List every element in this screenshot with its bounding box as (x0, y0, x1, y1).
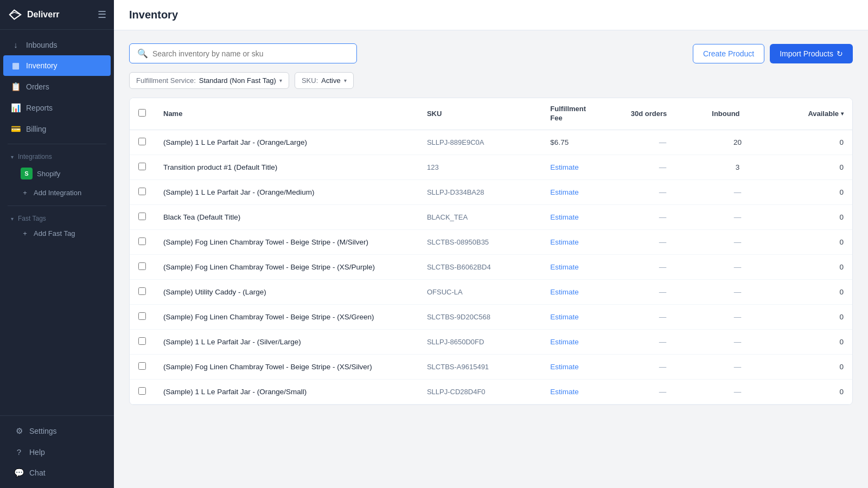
row-checkbox-cell[interactable] (130, 179, 155, 204)
reports-icon: 📊 (11, 103, 21, 113)
fast-tags-section-header[interactable]: ▾ Fast Tags (3, 210, 111, 224)
estimate-link[interactable]: Estimate (550, 188, 579, 196)
estimate-link[interactable]: Estimate (550, 263, 579, 271)
sidebar-item-orders[interactable]: 📋 Orders (3, 76, 111, 97)
row-checkbox[interactable] (138, 362, 146, 370)
orders-30d-cell: — (622, 254, 704, 279)
row-checkbox[interactable] (138, 287, 146, 295)
sidebar-item-shopify[interactable]: S Shopify (3, 163, 111, 184)
fulfillment-fee-cell[interactable]: Estimate (541, 304, 622, 329)
table-row: (Sample) 1 L Le Parfait Jar - (Orange/Me… (130, 179, 852, 204)
fulfillment-fee-cell[interactable]: Estimate (541, 279, 622, 304)
available-cell: 0 (772, 254, 852, 279)
estimate-link[interactable]: Estimate (550, 238, 579, 246)
row-checkbox[interactable] (138, 138, 146, 145)
sidebar-item-add-integration[interactable]: + Add Integration (3, 184, 111, 201)
orders-30d-cell: — (622, 329, 704, 354)
shopify-label: Shopify (37, 170, 60, 178)
refresh-icon: ↻ (837, 49, 843, 58)
fulfillment-fee-cell[interactable]: Estimate (541, 354, 622, 379)
available-cell: 0 (772, 279, 852, 304)
fulfillment-fee-cell[interactable]: Estimate (541, 229, 622, 254)
row-checkbox-cell[interactable] (130, 329, 155, 354)
sku-filter[interactable]: SKU: Active ▾ (295, 72, 354, 89)
sidebar-item-help[interactable]: ? Help (7, 442, 107, 462)
product-name-cell: (Sample) 1 L Le Parfait Jar - (Orange/Sm… (155, 379, 418, 404)
row-checkbox-cell[interactable] (130, 354, 155, 379)
shopify-icon: S (21, 168, 33, 179)
inbound-dash: — (734, 288, 742, 296)
estimate-link[interactable]: Estimate (550, 338, 579, 346)
fulfillment-fee-cell[interactable]: Estimate (541, 155, 622, 179)
search-box[interactable]: 🔍 (129, 43, 357, 63)
row-checkbox[interactable] (138, 163, 146, 170)
available-column-header[interactable]: Available ▾ (772, 98, 852, 130)
row-checkbox[interactable] (138, 237, 146, 245)
inbound-cell: — (703, 179, 771, 204)
estimate-link[interactable]: Estimate (550, 313, 579, 321)
row-checkbox[interactable] (138, 213, 146, 220)
billing-icon: 💳 (11, 124, 21, 134)
inbound-dash: — (734, 363, 742, 371)
row-checkbox[interactable] (138, 312, 146, 320)
orders-30d-cell: — (622, 204, 704, 229)
sidebar-item-billing[interactable]: 💳 Billing (3, 119, 111, 139)
chat-label: Chat (29, 468, 46, 477)
orders-30d-column-header: 30d orders (622, 98, 704, 130)
add-fast-tag-label: Add Fast Tag (34, 229, 75, 237)
hamburger-icon[interactable]: ☰ (98, 9, 106, 21)
row-checkbox-cell[interactable] (130, 204, 155, 229)
sku-column-header: SKU (418, 98, 541, 130)
row-checkbox-cell[interactable] (130, 155, 155, 179)
fulfillment-fee-cell[interactable]: Estimate (541, 329, 622, 354)
sku-cell: SLCTBS-B6062BD4 (418, 254, 541, 279)
import-products-button[interactable]: Import Products ↻ (770, 44, 853, 63)
inbound-cell: — (703, 304, 771, 329)
estimate-link[interactable]: Estimate (550, 388, 579, 396)
row-checkbox-cell[interactable] (130, 254, 155, 279)
estimate-link[interactable]: Estimate (550, 363, 579, 371)
product-name-cell: Black Tea (Default Title) (155, 204, 418, 229)
chevron-down-icon-2: ▾ (11, 216, 14, 222)
fulfillment-fee-cell[interactable]: Estimate (541, 254, 622, 279)
row-checkbox-cell[interactable] (130, 279, 155, 304)
integrations-section-header[interactable]: ▾ Integrations (3, 149, 111, 163)
sidebar-item-chat[interactable]: 💬 Chat (7, 463, 107, 483)
sidebar-item-inbounds[interactable]: ↓ Inbounds (3, 35, 111, 55)
sidebar-item-settings[interactable]: ⚙ Settings (7, 421, 107, 441)
estimate-link[interactable]: Estimate (550, 288, 579, 296)
deliverr-logo-icon (8, 9, 23, 21)
search-input[interactable] (152, 49, 349, 58)
sidebar-item-inventory[interactable]: ▦ Inventory (3, 55, 111, 76)
row-checkbox[interactable] (138, 188, 146, 195)
inbound-cell: 20 (703, 130, 771, 155)
sidebar-nav: ↓ Inbounds ▦ Inventory 📋 Orders 📊 Report… (0, 30, 114, 415)
row-checkbox[interactable] (138, 337, 146, 345)
estimate-link[interactable]: Estimate (550, 163, 579, 171)
fulfillment-service-filter[interactable]: Fulfillment Service: Standard (Non Fast … (129, 72, 289, 89)
fulfillment-fee-cell[interactable]: Estimate (541, 379, 622, 404)
action-buttons: Create Product Import Products ↻ (693, 44, 853, 63)
select-all-checkbox[interactable] (138, 109, 146, 117)
inbound-cell: — (703, 329, 771, 354)
row-checkbox-cell[interactable] (130, 379, 155, 404)
table-row: Transition product #1 (Default Title) 12… (130, 155, 852, 179)
sidebar-item-reports[interactable]: 📊 Reports (3, 98, 111, 118)
inbound-dash: — (734, 263, 742, 271)
create-product-button[interactable]: Create Product (693, 44, 764, 63)
sidebar-item-add-fast-tag[interactable]: + Add Fast Tag (3, 225, 111, 242)
row-checkbox-cell[interactable] (130, 130, 155, 155)
row-checkbox[interactable] (138, 387, 146, 395)
row-checkbox[interactable] (138, 262, 146, 270)
fulfillment-fee-cell[interactable]: Estimate (541, 179, 622, 204)
fulfillment-fee-cell[interactable]: Estimate (541, 204, 622, 229)
name-column-header: Name (155, 98, 418, 130)
inventory-icon: ▦ (11, 61, 21, 70)
select-all-header[interactable] (130, 98, 155, 130)
table-row: (Sample) Fog Linen Chambray Towel - Beig… (130, 304, 852, 329)
brand-logo[interactable]: Deliverr (8, 9, 60, 21)
orders-30d-cell: — (622, 130, 704, 155)
row-checkbox-cell[interactable] (130, 229, 155, 254)
row-checkbox-cell[interactable] (130, 304, 155, 329)
estimate-link[interactable]: Estimate (550, 213, 579, 221)
